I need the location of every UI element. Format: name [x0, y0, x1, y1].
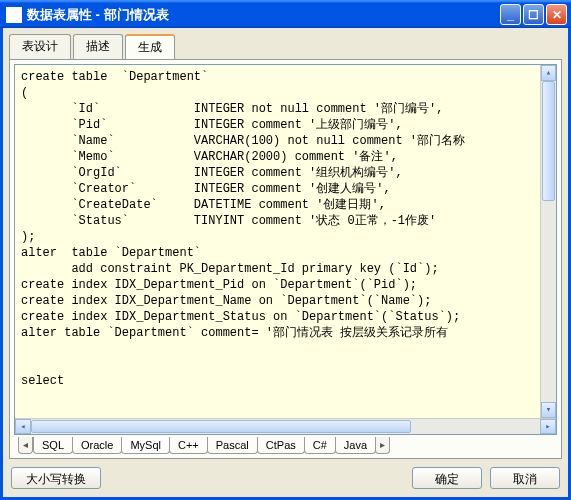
tab-label: 描述	[86, 39, 110, 53]
app-icon	[6, 7, 22, 23]
scroll-down-arrow-icon[interactable]: ▾	[541, 402, 556, 418]
language-tabs: ◂ SQL Oracle MySql C++ Pascal CtPas C# J…	[14, 435, 557, 454]
lang-tab-java[interactable]: Java	[335, 437, 376, 454]
scroll-up-arrow-icon[interactable]: ▴	[541, 65, 556, 81]
lang-tab-label: Pascal	[216, 439, 249, 451]
tab-description[interactable]: 描述	[73, 34, 123, 59]
scroll-right-arrow-icon[interactable]: ▸	[540, 419, 556, 434]
scroll-left-arrow-icon[interactable]: ◂	[15, 419, 31, 434]
tab-design[interactable]: 表设计	[9, 34, 71, 59]
main-tabs: 表设计 描述 生成	[9, 34, 562, 59]
scroll-thumb[interactable]	[542, 81, 555, 201]
button-label: 大小写转换	[26, 472, 86, 486]
title-bar: 数据表属性 - 部门情况表 _ ☐ ✕	[0, 0, 571, 28]
lang-tab-label: C#	[313, 439, 327, 451]
tab-label: 生成	[138, 40, 162, 54]
cancel-button[interactable]: 取消	[490, 467, 560, 489]
vertical-scrollbar[interactable]: ▴ ▾	[540, 65, 556, 418]
lang-tab-label: Java	[344, 439, 367, 451]
tab-scroll-left-icon[interactable]: ◂	[18, 437, 33, 454]
maximize-button[interactable]: ☐	[523, 4, 544, 25]
lang-tab-label: SQL	[42, 439, 64, 451]
lang-tab-label: C++	[178, 439, 199, 451]
code-body: create table `Department` ( `Id` INTEGER…	[15, 65, 556, 418]
window-controls: _ ☐ ✕	[500, 4, 567, 25]
case-toggle-button[interactable]: 大小写转换	[11, 467, 101, 489]
lang-tab-label: CtPas	[266, 439, 296, 451]
ok-button[interactable]: 确定	[412, 467, 482, 489]
button-row: 大小写转换 确定 取消	[9, 459, 562, 491]
button-label: 取消	[513, 472, 537, 486]
tab-label: 表设计	[22, 39, 58, 53]
lang-tab-label: Oracle	[81, 439, 113, 451]
lang-tab-pascal[interactable]: Pascal	[207, 437, 258, 454]
minimize-button[interactable]: _	[500, 4, 521, 25]
lang-tab-label: MySql	[130, 439, 161, 451]
lang-tab-mysql[interactable]: MySql	[121, 437, 170, 454]
lang-tab-ctpas[interactable]: CtPas	[257, 437, 305, 454]
lang-tab-sql[interactable]: SQL	[33, 437, 73, 454]
tab-generate[interactable]: 生成	[125, 34, 175, 59]
lang-tab-oracle[interactable]: Oracle	[72, 437, 122, 454]
window-title: 数据表属性 - 部门情况表	[27, 6, 500, 24]
lang-tab-csharp[interactable]: C#	[304, 437, 336, 454]
client-area: 表设计 描述 生成 create table `Department` ( `I…	[0, 28, 571, 500]
button-label: 确定	[435, 472, 459, 486]
horizontal-scrollbar[interactable]: ◂ ▸	[15, 418, 556, 434]
tab-scroll-right-icon[interactable]: ▸	[375, 437, 390, 454]
scroll-thumb[interactable]	[31, 420, 411, 433]
tab-content: create table `Department` ( `Id` INTEGER…	[9, 59, 562, 459]
sql-text[interactable]: create table `Department` ( `Id` INTEGER…	[15, 65, 471, 393]
code-editor[interactable]: create table `Department` ( `Id` INTEGER…	[14, 64, 557, 435]
close-button[interactable]: ✕	[546, 4, 567, 25]
lang-tab-cpp[interactable]: C++	[169, 437, 208, 454]
